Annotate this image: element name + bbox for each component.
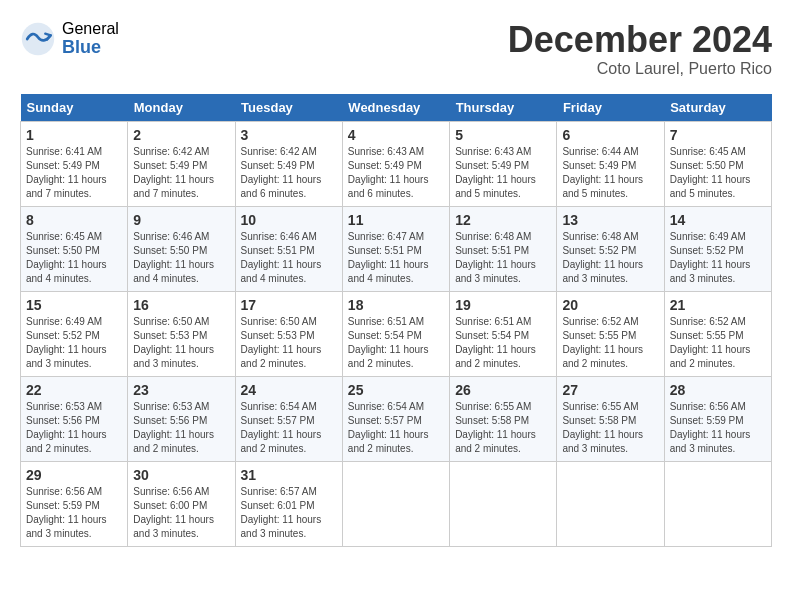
calendar-header-friday: Friday (557, 94, 664, 122)
calendar-week-row: 29 Sunrise: 6:56 AMSunset: 5:59 PMDaylig… (21, 461, 772, 546)
day-info: Sunrise: 6:46 AMSunset: 5:50 PMDaylight:… (133, 231, 214, 284)
logo-general: General (62, 20, 119, 38)
day-info: Sunrise: 6:44 AMSunset: 5:49 PMDaylight:… (562, 146, 643, 199)
day-info: Sunrise: 6:56 AMSunset: 5:59 PMDaylight:… (670, 401, 751, 454)
day-number: 12 (455, 212, 551, 228)
day-number: 20 (562, 297, 658, 313)
day-number: 31 (241, 467, 337, 483)
day-info: Sunrise: 6:56 AMSunset: 6:00 PMDaylight:… (133, 486, 214, 539)
month-title: December 2024 (508, 20, 772, 60)
calendar-header-wednesday: Wednesday (342, 94, 449, 122)
calendar-cell: 15 Sunrise: 6:49 AMSunset: 5:52 PMDaylig… (21, 291, 128, 376)
calendar-cell: 8 Sunrise: 6:45 AMSunset: 5:50 PMDayligh… (21, 206, 128, 291)
calendar-cell: 18 Sunrise: 6:51 AMSunset: 5:54 PMDaylig… (342, 291, 449, 376)
day-info: Sunrise: 6:41 AMSunset: 5:49 PMDaylight:… (26, 146, 107, 199)
day-number: 3 (241, 127, 337, 143)
calendar-week-row: 8 Sunrise: 6:45 AMSunset: 5:50 PMDayligh… (21, 206, 772, 291)
day-info: Sunrise: 6:57 AMSunset: 6:01 PMDaylight:… (241, 486, 322, 539)
calendar-cell: 5 Sunrise: 6:43 AMSunset: 5:49 PMDayligh… (450, 121, 557, 206)
day-number: 23 (133, 382, 229, 398)
day-info: Sunrise: 6:49 AMSunset: 5:52 PMDaylight:… (670, 231, 751, 284)
day-info: Sunrise: 6:55 AMSunset: 5:58 PMDaylight:… (455, 401, 536, 454)
location: Coto Laurel, Puerto Rico (508, 60, 772, 78)
calendar-cell: 21 Sunrise: 6:52 AMSunset: 5:55 PMDaylig… (664, 291, 771, 376)
calendar-week-row: 1 Sunrise: 6:41 AMSunset: 5:49 PMDayligh… (21, 121, 772, 206)
day-number: 19 (455, 297, 551, 313)
day-info: Sunrise: 6:48 AMSunset: 5:51 PMDaylight:… (455, 231, 536, 284)
calendar-cell (557, 461, 664, 546)
day-number: 14 (670, 212, 766, 228)
logo-icon (20, 21, 56, 57)
day-info: Sunrise: 6:51 AMSunset: 5:54 PMDaylight:… (455, 316, 536, 369)
calendar-cell: 27 Sunrise: 6:55 AMSunset: 5:58 PMDaylig… (557, 376, 664, 461)
calendar-cell: 31 Sunrise: 6:57 AMSunset: 6:01 PMDaylig… (235, 461, 342, 546)
calendar-cell: 30 Sunrise: 6:56 AMSunset: 6:00 PMDaylig… (128, 461, 235, 546)
day-info: Sunrise: 6:47 AMSunset: 5:51 PMDaylight:… (348, 231, 429, 284)
day-number: 27 (562, 382, 658, 398)
logo-text: General Blue (62, 20, 119, 57)
calendar-cell: 28 Sunrise: 6:56 AMSunset: 5:59 PMDaylig… (664, 376, 771, 461)
day-number: 28 (670, 382, 766, 398)
day-info: Sunrise: 6:46 AMSunset: 5:51 PMDaylight:… (241, 231, 322, 284)
day-info: Sunrise: 6:53 AMSunset: 5:56 PMDaylight:… (133, 401, 214, 454)
day-number: 29 (26, 467, 122, 483)
day-number: 17 (241, 297, 337, 313)
day-number: 18 (348, 297, 444, 313)
calendar-cell: 1 Sunrise: 6:41 AMSunset: 5:49 PMDayligh… (21, 121, 128, 206)
day-number: 6 (562, 127, 658, 143)
calendar-cell: 7 Sunrise: 6:45 AMSunset: 5:50 PMDayligh… (664, 121, 771, 206)
day-number: 11 (348, 212, 444, 228)
day-info: Sunrise: 6:50 AMSunset: 5:53 PMDaylight:… (241, 316, 322, 369)
day-info: Sunrise: 6:51 AMSunset: 5:54 PMDaylight:… (348, 316, 429, 369)
calendar-header-row: SundayMondayTuesdayWednesdayThursdayFrid… (21, 94, 772, 122)
calendar-cell: 24 Sunrise: 6:54 AMSunset: 5:57 PMDaylig… (235, 376, 342, 461)
day-number: 8 (26, 212, 122, 228)
calendar-cell: 10 Sunrise: 6:46 AMSunset: 5:51 PMDaylig… (235, 206, 342, 291)
day-info: Sunrise: 6:49 AMSunset: 5:52 PMDaylight:… (26, 316, 107, 369)
calendar-cell: 11 Sunrise: 6:47 AMSunset: 5:51 PMDaylig… (342, 206, 449, 291)
day-info: Sunrise: 6:42 AMSunset: 5:49 PMDaylight:… (133, 146, 214, 199)
calendar-cell: 2 Sunrise: 6:42 AMSunset: 5:49 PMDayligh… (128, 121, 235, 206)
calendar-cell (450, 461, 557, 546)
day-info: Sunrise: 6:43 AMSunset: 5:49 PMDaylight:… (348, 146, 429, 199)
calendar-cell: 26 Sunrise: 6:55 AMSunset: 5:58 PMDaylig… (450, 376, 557, 461)
calendar-header-tuesday: Tuesday (235, 94, 342, 122)
calendar-cell: 25 Sunrise: 6:54 AMSunset: 5:57 PMDaylig… (342, 376, 449, 461)
day-number: 9 (133, 212, 229, 228)
day-number: 10 (241, 212, 337, 228)
day-number: 26 (455, 382, 551, 398)
day-info: Sunrise: 6:52 AMSunset: 5:55 PMDaylight:… (562, 316, 643, 369)
day-info: Sunrise: 6:43 AMSunset: 5:49 PMDaylight:… (455, 146, 536, 199)
day-number: 2 (133, 127, 229, 143)
calendar-table: SundayMondayTuesdayWednesdayThursdayFrid… (20, 94, 772, 547)
calendar-week-row: 22 Sunrise: 6:53 AMSunset: 5:56 PMDaylig… (21, 376, 772, 461)
calendar-cell: 19 Sunrise: 6:51 AMSunset: 5:54 PMDaylig… (450, 291, 557, 376)
calendar-cell: 9 Sunrise: 6:46 AMSunset: 5:50 PMDayligh… (128, 206, 235, 291)
day-number: 4 (348, 127, 444, 143)
day-number: 1 (26, 127, 122, 143)
calendar-cell: 29 Sunrise: 6:56 AMSunset: 5:59 PMDaylig… (21, 461, 128, 546)
calendar-cell: 4 Sunrise: 6:43 AMSunset: 5:49 PMDayligh… (342, 121, 449, 206)
day-number: 25 (348, 382, 444, 398)
day-info: Sunrise: 6:45 AMSunset: 5:50 PMDaylight:… (26, 231, 107, 284)
logo: General Blue (20, 20, 119, 57)
calendar-cell: 14 Sunrise: 6:49 AMSunset: 5:52 PMDaylig… (664, 206, 771, 291)
day-number: 30 (133, 467, 229, 483)
day-info: Sunrise: 6:54 AMSunset: 5:57 PMDaylight:… (241, 401, 322, 454)
day-number: 16 (133, 297, 229, 313)
day-info: Sunrise: 6:54 AMSunset: 5:57 PMDaylight:… (348, 401, 429, 454)
calendar-header-thursday: Thursday (450, 94, 557, 122)
day-number: 13 (562, 212, 658, 228)
day-info: Sunrise: 6:55 AMSunset: 5:58 PMDaylight:… (562, 401, 643, 454)
calendar-cell: 17 Sunrise: 6:50 AMSunset: 5:53 PMDaylig… (235, 291, 342, 376)
calendar-cell: 22 Sunrise: 6:53 AMSunset: 5:56 PMDaylig… (21, 376, 128, 461)
calendar-week-row: 15 Sunrise: 6:49 AMSunset: 5:52 PMDaylig… (21, 291, 772, 376)
calendar-cell: 13 Sunrise: 6:48 AMSunset: 5:52 PMDaylig… (557, 206, 664, 291)
calendar-cell: 16 Sunrise: 6:50 AMSunset: 5:53 PMDaylig… (128, 291, 235, 376)
calendar-cell: 23 Sunrise: 6:53 AMSunset: 5:56 PMDaylig… (128, 376, 235, 461)
title-area: December 2024 Coto Laurel, Puerto Rico (508, 20, 772, 78)
day-number: 22 (26, 382, 122, 398)
calendar-cell: 12 Sunrise: 6:48 AMSunset: 5:51 PMDaylig… (450, 206, 557, 291)
calendar-cell: 20 Sunrise: 6:52 AMSunset: 5:55 PMDaylig… (557, 291, 664, 376)
calendar-header-saturday: Saturday (664, 94, 771, 122)
